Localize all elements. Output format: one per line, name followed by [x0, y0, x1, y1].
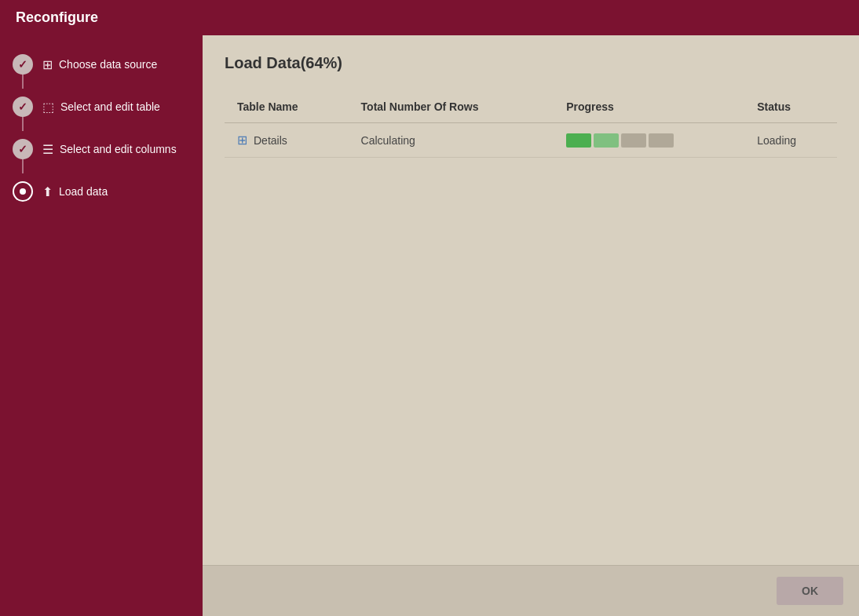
body: ✓ ⊞ Choose data source ✓ ⬚ Select and ed… [0, 35, 859, 616]
table-header-row: Table Name Total Number Of Rows Progress… [225, 91, 837, 123]
col-header-progress: Progress [554, 91, 744, 123]
progress-seg-2 [594, 133, 619, 148]
step-icon-3: ✓ [13, 139, 33, 159]
sidebar-item-choose-data-source[interactable]: ✓ ⊞ Choose data source [0, 43, 203, 86]
progress-bar [566, 133, 732, 148]
cell-progress [554, 123, 744, 158]
sidebar-label-3: Select and edit columns [60, 143, 177, 155]
progress-seg-4 [649, 133, 674, 148]
progress-seg-3 [621, 133, 646, 148]
columns-icon: ☰ [42, 142, 53, 157]
ok-button[interactable]: OK [777, 577, 843, 605]
cell-total-rows: Calculating [349, 123, 554, 158]
table-icon: ⬚ [42, 100, 54, 115]
table-name-value: Details [254, 134, 287, 147]
main-inner: Load Data(64%) Table Name Total Number O… [203, 35, 859, 565]
upload-icon: ⬆ [42, 184, 53, 199]
footer: OK [203, 565, 859, 616]
app-title: Reconfigure [16, 9, 98, 26]
cell-status: Loading [744, 123, 837, 158]
progress-seg-1 [566, 133, 591, 148]
sidebar: ✓ ⊞ Choose data source ✓ ⬚ Select and ed… [0, 35, 203, 616]
sidebar-item-load-data[interactable]: ⬆ Load data [0, 170, 203, 213]
col-header-status: Status [744, 91, 837, 123]
main-content: Load Data(64%) Table Name Total Number O… [203, 35, 859, 616]
col-header-table-name: Table Name [225, 91, 349, 123]
step-icon-2: ✓ [13, 97, 33, 117]
database-icon: ⊞ [42, 57, 53, 72]
sidebar-label-4: Load data [59, 185, 108, 198]
cell-table-name: ⊞ Details [225, 123, 349, 158]
table-row: ⊞ Details Calculating [225, 123, 837, 158]
step-icon-1: ✓ [13, 54, 33, 75]
header: Reconfigure [0, 0, 859, 35]
step-icon-4 [13, 181, 33, 202]
sidebar-label-2: Select and edit table [60, 100, 160, 113]
col-header-total-rows: Total Number Of Rows [349, 91, 554, 123]
sidebar-item-select-table[interactable]: ✓ ⬚ Select and edit table [0, 86, 203, 128]
sidebar-label-1: Choose data source [59, 58, 157, 71]
grid-icon: ⊞ [237, 133, 247, 148]
app-container: Reconfigure ✓ ⊞ Choose data source ✓ ⬚ S… [0, 0, 859, 616]
sidebar-item-select-columns[interactable]: ✓ ☰ Select and edit columns [0, 128, 203, 170]
page-title: Load Data(64%) [225, 54, 837, 72]
data-table: Table Name Total Number Of Rows Progress… [225, 91, 837, 158]
